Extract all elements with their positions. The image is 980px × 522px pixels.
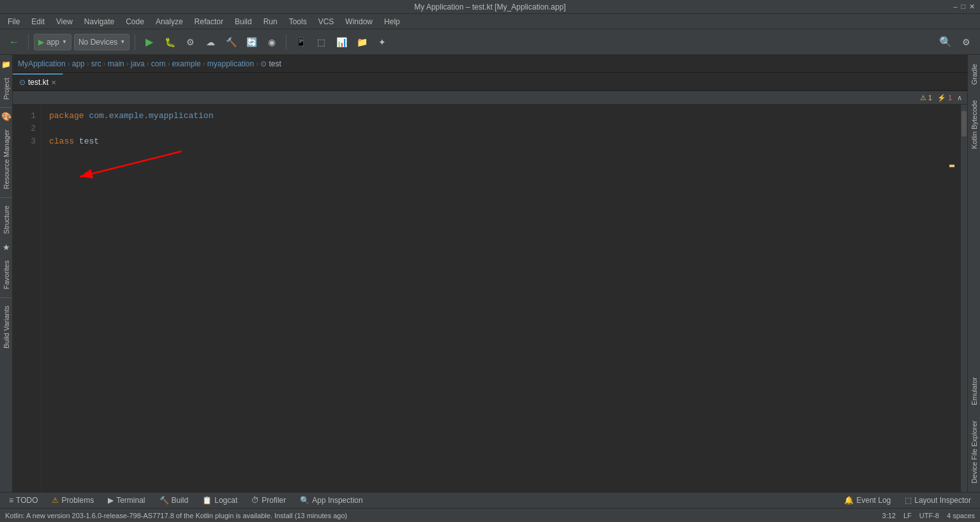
- menu-build[interactable]: Build: [230, 16, 257, 27]
- sidebar-tab-favorites[interactable]: Favorites: [1, 254, 12, 295]
- encoding[interactable]: UTF-8: [919, 512, 939, 519]
- maximize-button[interactable]: □: [961, 3, 965, 11]
- terminal-label: Terminal: [116, 496, 145, 505]
- breadcrumb-src[interactable]: src: [91, 59, 101, 68]
- bottom-tab-logcat[interactable]: 📋 Logcat: [196, 493, 244, 508]
- warning-stripe: [949, 165, 954, 167]
- profile-button[interactable]: ⚙: [181, 33, 199, 51]
- sidebar-tab-build-variants[interactable]: Build Variants: [1, 299, 12, 355]
- coverage-button[interactable]: ☁: [202, 33, 219, 51]
- app-inspection-label: App Inspection: [312, 496, 362, 505]
- gradle-button[interactable]: ◉: [263, 33, 281, 51]
- bottom-tab-problems[interactable]: ⚠ Problems: [45, 493, 100, 508]
- problems-label: Problems: [61, 496, 94, 505]
- code-editor[interactable]: package com.example.myapplication class …: [41, 105, 967, 492]
- menu-edit[interactable]: Edit: [26, 16, 50, 27]
- run-button[interactable]: ▶: [140, 33, 158, 51]
- breadcrumb-com[interactable]: com: [151, 59, 166, 68]
- avd-button[interactable]: 📱: [292, 33, 309, 51]
- app-config-label: app: [47, 38, 59, 47]
- profiler-label: Profiler: [262, 496, 286, 505]
- breadcrumb-example[interactable]: example: [172, 59, 200, 68]
- editor-tab-testkt[interactable]: ⊙ test.kt ✕: [13, 73, 63, 90]
- bottom-tab-todo[interactable]: ≡ TODO: [3, 493, 44, 508]
- todo-icon: ≡: [9, 496, 13, 505]
- indent-setting[interactable]: 4 spaces: [947, 512, 975, 519]
- sidebar-tab-structure[interactable]: Structure: [1, 199, 12, 241]
- left-panel: 📁 Project 🎨 Resource Manager Structure ★…: [0, 55, 13, 492]
- breadcrumb-java[interactable]: java: [131, 59, 145, 68]
- device-dropdown[interactable]: No Devices ▼: [74, 34, 130, 50]
- device-file-button[interactable]: 📁: [353, 33, 371, 51]
- bottom-tab-layout-inspector[interactable]: ⬚ Layout Inspector: [898, 493, 977, 508]
- favorites-icon[interactable]: ★: [1, 242, 11, 252]
- sidebar-tab-kotlin-bytecode[interactable]: Kotlin Bytecode: [969, 94, 980, 155]
- settings-button[interactable]: ⚙: [957, 33, 975, 51]
- assistant-button[interactable]: ✦: [373, 33, 391, 51]
- cursor-position[interactable]: 3:12: [882, 512, 896, 519]
- error-indicator[interactable]: ⚡ 1: [937, 94, 952, 102]
- profiler-icon: ⏱: [251, 496, 259, 505]
- menu-help[interactable]: Help: [379, 16, 405, 27]
- menu-file[interactable]: File: [3, 16, 25, 27]
- menu-window[interactable]: Window: [340, 16, 378, 27]
- menu-view[interactable]: View: [51, 16, 78, 27]
- sync-button[interactable]: 🔄: [242, 33, 260, 51]
- close-button[interactable]: ✕: [969, 3, 975, 11]
- window-controls[interactable]: – □ ✕: [953, 3, 975, 11]
- sidebar-tab-emulator[interactable]: Emulator: [969, 371, 980, 412]
- editor-content[interactable]: 1 2 3 package com.example.myapplication …: [13, 105, 967, 492]
- line-ending[interactable]: LF: [903, 512, 912, 519]
- menu-analyze[interactable]: Analyze: [151, 16, 188, 27]
- project-icon[interactable]: 📁: [1, 59, 11, 70]
- logcat-label: Logcat: [214, 496, 237, 505]
- vertical-scrollbar[interactable]: [961, 105, 967, 492]
- logcat-icon: 📋: [202, 496, 212, 505]
- bottom-tab-build[interactable]: 🔨 Build: [153, 493, 195, 508]
- bottom-tab-event-log[interactable]: 🔔 Event Log: [838, 493, 897, 508]
- build-label: Build: [172, 496, 189, 505]
- sidebar-tab-device-file-explorer[interactable]: Device File Explorer: [969, 414, 980, 489]
- back-button[interactable]: ←: [5, 33, 23, 51]
- editor-tabs: ⊙ test.kt ✕: [13, 73, 967, 91]
- breadcrumb-myapplication[interactable]: MyApplication: [18, 59, 66, 68]
- resource-manager-icon[interactable]: 🎨: [1, 111, 11, 121]
- scrollbar-thumb[interactable]: [961, 111, 967, 137]
- breadcrumb-test[interactable]: ⊙ test: [260, 59, 281, 68]
- bottom-bar: ≡ TODO ⚠ Problems ▶ Terminal 🔨 Build 📋 L…: [0, 492, 980, 508]
- breadcrumb-main[interactable]: main: [108, 59, 124, 68]
- tab-filename: test.kt: [28, 78, 48, 87]
- warning-indicator[interactable]: ⚠ 1: [920, 94, 932, 102]
- sidebar-divider-2: [0, 197, 12, 198]
- build-button[interactable]: 🔨: [222, 33, 240, 51]
- bottom-tab-profiler[interactable]: ⏱ Profiler: [245, 493, 292, 508]
- layout-inspector-label: Layout Inspector: [914, 496, 971, 505]
- breadcrumb-app[interactable]: app: [72, 59, 85, 68]
- status-message: Kotlin: A new version 203-1.6.0-release-…: [5, 512, 877, 519]
- menu-run[interactable]: Run: [258, 16, 283, 27]
- sidebar-tab-resource[interactable]: Resource Manager: [1, 123, 12, 196]
- right-panel-top: Gradle Kotlin Bytecode: [969, 57, 980, 155]
- menu-vcs[interactable]: VCS: [313, 16, 339, 27]
- profiler-toolbar-button[interactable]: 📊: [332, 33, 350, 51]
- line-number-3: 3: [13, 135, 36, 148]
- tab-close-button[interactable]: ✕: [51, 79, 56, 86]
- bottom-tab-app-inspection[interactable]: 🔍 App Inspection: [293, 493, 369, 508]
- sidebar-tab-gradle[interactable]: Gradle: [969, 57, 980, 91]
- search-everywhere-button[interactable]: 🔍: [937, 33, 954, 51]
- sidebar-tab-project[interactable]: Project: [1, 71, 12, 106]
- bottom-tab-terminal[interactable]: ▶ Terminal: [101, 493, 151, 508]
- menu-navigate[interactable]: Navigate: [79, 16, 119, 27]
- menu-refactor[interactable]: Refactor: [189, 16, 228, 27]
- status-bar: Kotlin: A new version 203-1.6.0-release-…: [0, 508, 980, 522]
- debug-button[interactable]: 🐛: [161, 33, 179, 51]
- minimize-button[interactable]: –: [953, 3, 957, 11]
- app-config-dropdown[interactable]: ▶ app ▼: [34, 34, 71, 50]
- breadcrumb-myapplication2[interactable]: myapplication: [207, 59, 254, 68]
- content-row: 📁 Project 🎨 Resource Manager Structure ★…: [0, 55, 980, 492]
- expand-indicator[interactable]: ∧: [957, 94, 962, 102]
- menu-code[interactable]: Code: [121, 16, 149, 27]
- menu-tools[interactable]: Tools: [284, 16, 312, 27]
- editor-container: MyApplication › app › src › main › java …: [13, 55, 967, 492]
- sdk-button[interactable]: ⬚: [312, 33, 330, 51]
